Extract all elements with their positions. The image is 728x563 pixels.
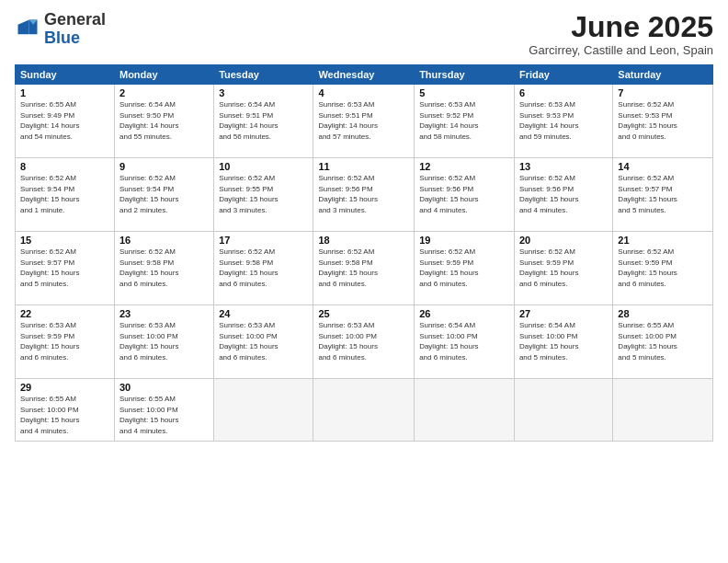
day-3: 3Sunrise: 6:54 AMSunset: 9:51 PMDaylight… — [214, 85, 313, 158]
day-23: 23Sunrise: 6:53 AMSunset: 10:00 PMDaylig… — [114, 305, 213, 379]
empty-cell — [415, 379, 515, 442]
day-5: 5Sunrise: 6:53 AMSunset: 9:52 PMDaylight… — [415, 85, 515, 158]
day-20: 20Sunrise: 6:52 AMSunset: 9:59 PMDayligh… — [514, 232, 612, 305]
day-19: 19Sunrise: 6:52 AMSunset: 9:59 PMDayligh… — [415, 232, 515, 305]
day-1: 1Sunrise: 6:55 AMSunset: 9:49 PMDaylight… — [16, 85, 115, 158]
page: General Blue June 2025 Garcirrey, Castil… — [0, 0, 728, 563]
day-14: 14Sunrise: 6:52 AMSunset: 9:57 PMDayligh… — [613, 158, 713, 232]
col-thursday: Thursday — [415, 65, 515, 85]
header: General Blue June 2025 Garcirrey, Castil… — [15, 11, 713, 57]
week-row-2: 8Sunrise: 6:52 AMSunset: 9:54 PMDaylight… — [16, 158, 713, 232]
empty-cell — [613, 379, 713, 442]
empty-cell — [313, 379, 415, 442]
col-monday: Monday — [114, 65, 213, 85]
col-friday: Friday — [514, 65, 612, 85]
day-16: 16Sunrise: 6:52 AMSunset: 9:58 PMDayligh… — [114, 232, 213, 305]
day-11: 11Sunrise: 6:52 AMSunset: 9:56 PMDayligh… — [313, 158, 415, 232]
logo-general: General — [44, 10, 106, 29]
day-21: 21Sunrise: 6:52 AMSunset: 9:59 PMDayligh… — [613, 232, 713, 305]
day-27: 27Sunrise: 6:54 AMSunset: 10:00 PMDaylig… — [514, 305, 612, 379]
logo-icon — [15, 17, 40, 42]
day-22: 22Sunrise: 6:53 AMSunset: 9:59 PMDayligh… — [16, 305, 115, 379]
week-row-5: 29Sunrise: 6:55 AMSunset: 10:00 PMDaylig… — [16, 379, 713, 442]
title-block: June 2025 Garcirrey, Castille and Leon, … — [529, 11, 713, 57]
col-tuesday: Tuesday — [214, 65, 313, 85]
day-7: 7Sunrise: 6:52 AMSunset: 9:53 PMDaylight… — [613, 85, 713, 158]
day-26: 26Sunrise: 6:54 AMSunset: 10:00 PMDaylig… — [415, 305, 515, 379]
day-6: 6Sunrise: 6:53 AMSunset: 9:53 PMDaylight… — [514, 85, 612, 158]
week-row-4: 22Sunrise: 6:53 AMSunset: 9:59 PMDayligh… — [16, 305, 713, 379]
day-18: 18Sunrise: 6:52 AMSunset: 9:58 PMDayligh… — [313, 232, 415, 305]
col-sunday: Sunday — [16, 65, 115, 85]
subtitle: Garcirrey, Castille and Leon, Spain — [529, 43, 713, 57]
day-13: 13Sunrise: 6:52 AMSunset: 9:56 PMDayligh… — [514, 158, 612, 232]
calendar: Sunday Monday Tuesday Wednesday Thursday… — [15, 64, 713, 442]
day-24: 24Sunrise: 6:53 AMSunset: 10:00 PMDaylig… — [214, 305, 313, 379]
day-4: 4Sunrise: 6:53 AMSunset: 9:51 PMDaylight… — [313, 85, 415, 158]
empty-cell — [514, 379, 612, 442]
svg-marker-1 — [18, 19, 29, 34]
col-saturday: Saturday — [613, 65, 713, 85]
week-row-3: 15Sunrise: 6:52 AMSunset: 9:57 PMDayligh… — [16, 232, 713, 305]
day-28: 28Sunrise: 6:55 AMSunset: 10:00 PMDaylig… — [613, 305, 713, 379]
day-9: 9Sunrise: 6:52 AMSunset: 9:54 PMDaylight… — [114, 158, 213, 232]
day-2: 2Sunrise: 6:54 AMSunset: 9:50 PMDaylight… — [114, 85, 213, 158]
logo-text: General Blue — [44, 11, 106, 48]
day-17: 17Sunrise: 6:52 AMSunset: 9:58 PMDayligh… — [214, 232, 313, 305]
month-title: June 2025 — [529, 11, 713, 43]
day-10: 10Sunrise: 6:52 AMSunset: 9:55 PMDayligh… — [214, 158, 313, 232]
day-25: 25Sunrise: 6:53 AMSunset: 10:00 PMDaylig… — [313, 305, 415, 379]
logo-blue: Blue — [44, 29, 80, 47]
day-29: 29Sunrise: 6:55 AMSunset: 10:00 PMDaylig… — [16, 379, 115, 442]
day-12: 12Sunrise: 6:52 AMSunset: 9:56 PMDayligh… — [415, 158, 515, 232]
logo: General Blue — [15, 11, 106, 48]
day-30: 30Sunrise: 6:55 AMSunset: 10:00 PMDaylig… — [114, 379, 213, 442]
col-wednesday: Wednesday — [313, 65, 415, 85]
empty-cell — [214, 379, 313, 442]
header-row: Sunday Monday Tuesday Wednesday Thursday… — [16, 65, 713, 85]
week-row-1: 1Sunrise: 6:55 AMSunset: 9:49 PMDaylight… — [16, 85, 713, 158]
day-8: 8Sunrise: 6:52 AMSunset: 9:54 PMDaylight… — [16, 158, 115, 232]
day-15: 15Sunrise: 6:52 AMSunset: 9:57 PMDayligh… — [16, 232, 115, 305]
